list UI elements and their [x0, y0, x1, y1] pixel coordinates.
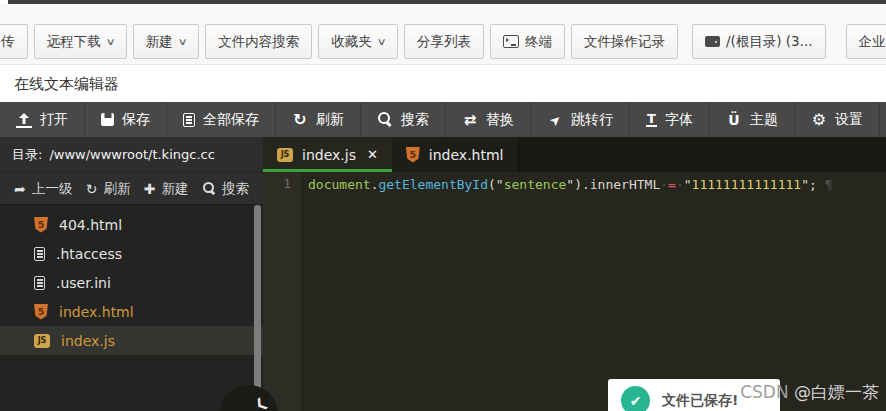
code-token: " [801, 177, 809, 192]
chevron-down-icon: ∨ [376, 36, 386, 47]
editor-toolbar-button-font[interactable]: T字体 [630, 102, 710, 137]
editor-toolbar-button-replace[interactable]: ⇄替换 [446, 102, 531, 137]
sidebar-nav-label: 上一级 [32, 180, 73, 198]
code-token: getElementById [378, 177, 488, 192]
sidebar-scrollbar[interactable] [254, 205, 261, 411]
editor-toolbar-button-theme[interactable]: Ü主题 [710, 102, 795, 137]
file-row[interactable]: JSindex.js [0, 326, 263, 355]
file-icon [34, 276, 45, 290]
code-token: . [582, 177, 590, 192]
code-token: " [496, 177, 504, 192]
file-name: .htaccess [56, 246, 122, 262]
new-icon: ✚ [144, 181, 156, 197]
file-row[interactable]: .htaccess [0, 239, 263, 268]
html-file-icon: 5 [406, 147, 420, 163]
toolbar-button-favorites[interactable]: 收藏夹∨ [318, 24, 398, 59]
toolbar-button-new[interactable]: 新建∨ [133, 24, 199, 59]
disk-icon [705, 36, 720, 47]
toolbar-button-root-dir[interactable]: /(根目录) (3... [692, 24, 826, 59]
sidebar-nav-label: 刷新 [103, 180, 130, 198]
code-token: · [660, 177, 668, 192]
sidebar-nav-up-level[interactable]: ➦上一级 [14, 180, 72, 198]
editor-toolbar-button-settings[interactable]: ⚙设置 [795, 102, 880, 137]
file-row[interactable]: 5404.html [0, 210, 263, 239]
toolbar-button-file-log[interactable]: 文件操作记录 [571, 24, 678, 59]
code-line: document.getElementById("sentence").inne… [301, 172, 832, 411]
editor-toolbar-button-open[interactable]: 打开 [0, 102, 85, 137]
editor-toolbar-button-search[interactable]: 搜索 [361, 102, 446, 137]
toolbar-button-upload-partial[interactable]: 传 [0, 24, 28, 59]
chevron-down-icon: ∨ [177, 36, 187, 47]
editor-toolbar-button-label: 跳转行 [571, 111, 613, 129]
js-file-icon: JS [34, 334, 50, 348]
file-list: 5404.html.htaccess.user.ini5index.htmlJS… [0, 205, 263, 355]
top-toolbar: 传远程下载∨新建∨文件内容搜索收藏夹∨分享列表终端文件操作记录/(根目录) (3… [0, 4, 886, 65]
toolbar-button-terminal[interactable]: 终端 [490, 24, 565, 59]
editor-toolbar-button-refresh[interactable]: ↻刷新 [276, 102, 361, 137]
goto-line-icon: ➤ [544, 108, 567, 131]
page-title: 在线文本编辑器 [14, 75, 119, 94]
editor-toolbar-button-label: 全部保存 [203, 111, 259, 129]
theme-icon: Ü [726, 112, 742, 128]
editor-toolbar-button-save-all[interactable]: 全部保存 [167, 102, 276, 137]
chevron-down-icon: ∨ [105, 36, 115, 47]
code-token: ) [574, 177, 582, 192]
file-name: index.js [61, 333, 115, 349]
toolbar-button-label: 传 [1, 33, 15, 51]
gutter: 1 [263, 172, 301, 411]
editor-toolbar-button-label: 打开 [40, 111, 68, 129]
editor-toolbar-button-label: 搜索 [401, 111, 429, 129]
editor-toolbar-button-label: 替换 [486, 111, 514, 129]
directory-path-row: 目录: /www/wwwroot/t.kingc.cc [0, 137, 263, 172]
toolbar-button-label: 文件内容搜索 [218, 33, 299, 51]
file-manager-screen: 传远程下载∨新建∨文件内容搜索收藏夹∨分享列表终端文件操作记录/(根目录) (3… [0, 0, 886, 411]
close-icon[interactable]: ✕ [367, 147, 378, 162]
terminal-icon [503, 35, 519, 48]
code-token: " [684, 177, 692, 192]
code-token [817, 177, 825, 192]
editor-toolbar-button-hotkeys[interactable]: ?快捷键 [880, 102, 886, 137]
chevron-left-icon: ❮ [252, 394, 270, 411]
editor-toolbar-button-save[interactable]: 保存 [85, 102, 167, 137]
editor-toolbar-button-goto-line[interactable]: ➤跳转行 [531, 102, 630, 137]
up-level-icon: ➦ [14, 181, 26, 197]
save-icon [101, 113, 114, 126]
sidebar-nav-search[interactable]: 搜索 [202, 180, 249, 198]
check-icon: ✔ [621, 386, 650, 411]
toolbar-button-label: 新建 [146, 33, 173, 51]
js-file-icon: JS [277, 148, 293, 162]
code-token: " [566, 177, 574, 192]
toolbar-button-share-list[interactable]: 分享列表 [404, 24, 484, 59]
tab-index.html[interactable]: 5index.html [392, 137, 519, 172]
toolbar-button-label: 文件操作记录 [584, 33, 665, 51]
sidebar: 目录: /www/wwwroot/t.kingc.cc ➦上一级↻刷新✚新建搜索… [0, 137, 263, 411]
font-icon: T [646, 112, 657, 127]
sidebar-nav-refresh[interactable]: ↻刷新 [86, 180, 131, 198]
toolbar-button-remote-download[interactable]: 远程下载∨ [34, 24, 127, 59]
replace-icon: ⇄ [462, 112, 478, 128]
code-token: ( [488, 177, 496, 192]
directory-label: 目录: [12, 146, 42, 164]
file-row[interactable]: .user.ini [0, 268, 263, 297]
sidebar-nav-label: 新建 [162, 180, 189, 198]
editor-toolbar-button-label: 字体 [665, 111, 693, 129]
file-icon [34, 247, 45, 261]
search-icon [377, 112, 393, 128]
file-row[interactable]: 5index.html [0, 297, 263, 326]
refresh-icon: ↻ [86, 181, 98, 197]
toolbar-button-content-search[interactable]: 文件内容搜索 [205, 24, 312, 59]
tab-index.js[interactable]: JSindex.js✕ [263, 137, 392, 172]
html-file-icon: 5 [34, 217, 48, 233]
main-area: 目录: /www/wwwroot/t.kingc.cc ➦上一级↻刷新✚新建搜索… [0, 137, 886, 411]
editor-toolbar-button-label: 设置 [835, 111, 863, 129]
code-token: innerHTML [590, 177, 660, 192]
code-token: · [676, 177, 684, 192]
tab-label: index.html [429, 147, 504, 163]
code-editor[interactable]: 1 document.getElementById("sentence").in… [263, 172, 886, 411]
sidebar-nav-new[interactable]: ✚新建 [144, 180, 189, 198]
toolbar-button-label: /(根目录) (3... [726, 33, 813, 51]
search-icon [202, 182, 216, 196]
toolbar-button-tamper-proof[interactable]: 企业级防篡改 [846, 24, 886, 59]
editor-header: 在线文本编辑器 [0, 66, 886, 102]
sidebar-nav-label: 搜索 [222, 180, 249, 198]
